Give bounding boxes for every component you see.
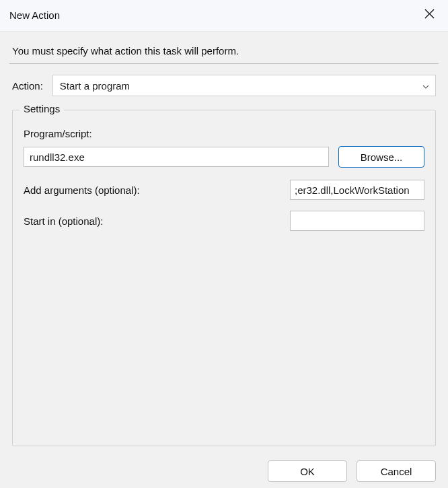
settings-fieldset: Settings Program/script: Browse... Add a… [12, 110, 436, 446]
instruction-text: You must specify what action this task w… [9, 42, 439, 64]
action-row: Action: Start a program [9, 75, 439, 96]
startin-row: Start in (optional): [24, 211, 424, 231]
program-row: Browse... [24, 146, 424, 168]
action-select[interactable]: Start a program [52, 75, 436, 96]
program-input[interactable] [24, 147, 329, 167]
program-label: Program/script: [24, 128, 424, 139]
action-label: Action: [12, 80, 43, 92]
ok-button[interactable]: OK [268, 460, 347, 482]
window-title: New Action [9, 9, 60, 21]
settings-legend: Settings [20, 103, 64, 114]
close-icon [424, 9, 435, 21]
arguments-row: Add arguments (optional): [24, 180, 424, 200]
cancel-button[interactable]: Cancel [357, 460, 436, 482]
close-button[interactable] [420, 5, 439, 24]
arguments-label: Add arguments (optional): [24, 184, 140, 196]
action-select-value: Start a program [60, 80, 130, 92]
action-select-wrap: Start a program [52, 75, 436, 96]
startin-input[interactable] [290, 211, 424, 231]
browse-button[interactable]: Browse... [338, 146, 424, 168]
footer: OK Cancel [268, 460, 436, 482]
titlebar: New Action [0, 0, 448, 32]
arguments-input[interactable] [290, 180, 424, 200]
dialog-body: You must specify what action this task w… [0, 32, 448, 488]
startin-label: Start in (optional): [24, 215, 103, 227]
